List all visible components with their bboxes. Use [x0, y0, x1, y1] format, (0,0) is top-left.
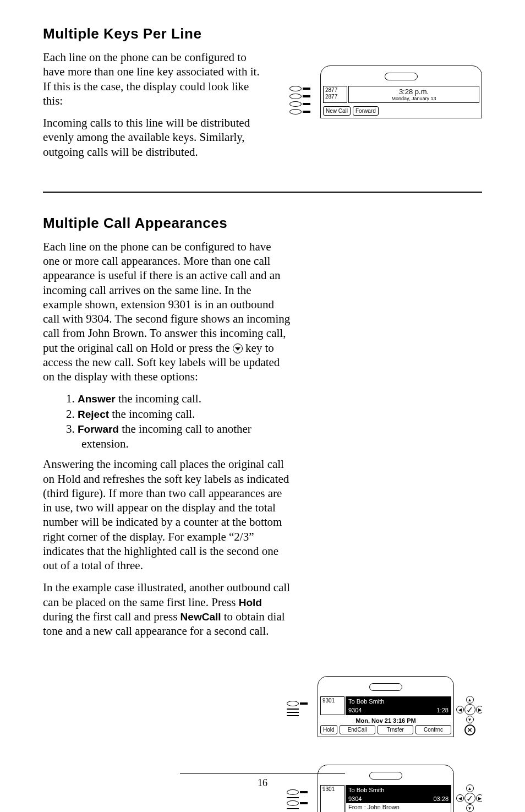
nav-cluster: ▲ ▼ ◀ ▶ ✓ ✕ [457, 676, 482, 735]
figA-to: To Bob Smith [348, 698, 384, 705]
sec1-p2: Incoming calls to this line will be dist… [43, 116, 269, 159]
fig1-ext1: 2877 [325, 87, 345, 93]
page-number: 16 [258, 777, 267, 788]
li-answer: 1. Answer the incoming call. [66, 391, 291, 406]
sec2-p3: In the example case illustrated, another… [43, 580, 291, 638]
section1-text: Each line on the phone can be configured… [43, 50, 269, 167]
figure-a: 9301 To Bob Smith 9304 1:28 Mon, Nov 21 … [287, 676, 482, 737]
figA-num: 9304 [348, 707, 362, 713]
section-multiple-keys: Multiple Keys Per Line Each line on the … [43, 25, 482, 167]
figure-1: 2877 2877 3:28 p.m. Monday, January 13 N… [289, 66, 482, 118]
figA-date: Mon, Nov 21 3:16 PM [320, 717, 451, 724]
sec2-p2: Answering the incoming call places the o… [43, 457, 291, 573]
section-divider [43, 192, 482, 193]
li-reject: 2. Reject the incoming call. [66, 407, 291, 422]
figA-sk-confrnc: Confrnc [415, 725, 451, 734]
fig1-sk-newcall: New Call [323, 106, 351, 116]
fig1-date: Monday, January 13 [351, 96, 477, 101]
line-keys [289, 69, 317, 115]
figA-sk-trnsfer: Trnsfer [378, 725, 413, 734]
down-arrow-key-icon [233, 344, 243, 353]
options-list: 1. Answer the incoming call. 2. Reject t… [43, 391, 291, 451]
figA-dur: 1:28 [437, 707, 449, 713]
sec1-p1: Each line on the phone can be configured… [43, 50, 269, 108]
section-multiple-call-appearances: Multiple Call Appearances Each line on t… [43, 215, 482, 812]
page-footer: 16 [0, 773, 525, 789]
heading-multiple-call: Multiple Call Appearances [43, 215, 482, 232]
delete-button-icon: ✕ [464, 724, 475, 735]
fig1-ext2: 2877 [325, 94, 345, 100]
sec2-p1: Each line on the phone can be configured… [43, 239, 291, 384]
figA-sk-hold: Hold [320, 725, 337, 734]
figB-from: From : John Brown [346, 803, 451, 811]
fig1-sk-forward: Forward [353, 106, 379, 116]
figB-num: 9304 [348, 795, 362, 802]
heading-multiple-keys: Multiple Keys Per Line [43, 25, 482, 42]
fig1-time: 3:28 p.m. [351, 88, 477, 96]
speaker-icon [385, 73, 418, 80]
figA-ext: 9301 [322, 697, 342, 704]
figA-sk-endcall: EndCall [340, 725, 375, 734]
li-forward: 3. Forward the incoming call to another … [66, 422, 291, 452]
figB-dur: 03:28 [433, 795, 449, 802]
